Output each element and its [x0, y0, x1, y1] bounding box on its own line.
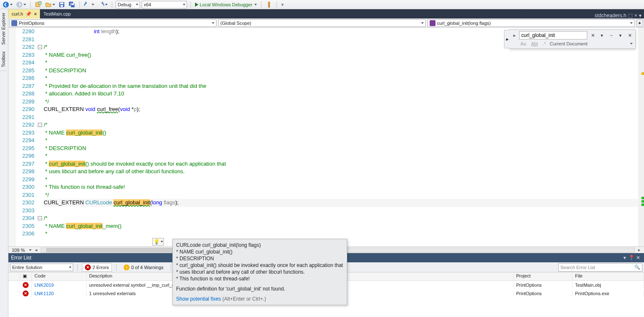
code-editor[interactable]: 2280228122822283228422852286228722882289…	[8, 28, 644, 246]
preview-tab[interactable]: stdcheaders.h	[595, 13, 626, 18]
error-search-input[interactable]: Search Error List🔍	[558, 263, 642, 272]
close-icon[interactable]: ×	[634, 13, 637, 18]
quick-actions-bulb-icon[interactable]: 💡	[152, 238, 164, 246]
member-scope-select[interactable]: curl_global_init(long flags)	[428, 19, 635, 27]
pin-icon[interactable]: 📍	[628, 255, 635, 261]
find-panel: ▸ ▸ ✕ ▾ → ▾ ✕ Aa Abl .* Current Document	[509, 29, 636, 49]
open-file-icon[interactable]	[44, 0, 56, 9]
code-content[interactable]: int length);/* * NAME curl_free() * * DE…	[44, 28, 644, 246]
overflow-icon[interactable]: ▾	[280, 0, 285, 9]
type-scope-select[interactable]: (Global Scope)	[218, 19, 425, 27]
regex-toggle[interactable]: .*	[541, 41, 547, 47]
split-view-icon[interactable]: ✦	[636, 19, 643, 27]
tab-curl-h[interactable]: curl.h 📌 ×	[8, 9, 40, 18]
find-input[interactable]	[519, 31, 587, 40]
main-toolbar: + Debug x64 Local Windows Debugger ▾	[0, 0, 644, 9]
zoom-select[interactable]: 109 %	[10, 248, 26, 253]
document-tab-strip: curl.h 📌 × TestMain.cpp stdcheaders.h ⬚ …	[8, 9, 644, 18]
tab-label: curl.h	[12, 11, 23, 16]
hscroll-right-icon[interactable]: ▸	[636, 247, 642, 253]
hscroll-left-icon[interactable]: ◂	[33, 247, 39, 253]
config-select[interactable]: Debug	[116, 1, 140, 8]
project-scope-select[interactable]: PrintOptions	[9, 19, 216, 27]
expand-find-icon[interactable]: ▸	[504, 30, 510, 48]
warnings-filter-toggle[interactable]: !0 of 4 Warnings	[121, 263, 166, 272]
svg-text:+: +	[39, 1, 41, 4]
match-case-toggle[interactable]: Aa	[519, 41, 527, 47]
find-options-icon[interactable]: ▾	[617, 32, 624, 39]
svg-rect-7	[61, 5, 63, 7]
find-dropdown-icon[interactable]: ▾	[598, 32, 606, 39]
redo-icon[interactable]	[97, 0, 108, 9]
svg-point-0	[3, 2, 9, 8]
save-all-icon[interactable]	[68, 0, 76, 9]
toolbox-tab[interactable]: Toolbox	[0, 48, 7, 71]
find-scope-select[interactable]: Current Document	[550, 41, 627, 46]
find-next-icon[interactable]: →	[607, 32, 615, 39]
active-files-dropdown-icon[interactable]: ▾	[639, 13, 641, 18]
glyph-margin	[8, 28, 16, 246]
line-number-gutter: 2280228122822283228422852286228722882289…	[16, 28, 37, 246]
nav-forward-button[interactable]	[15, 0, 27, 9]
find-mode-toggle-icon[interactable]: ▸	[512, 32, 517, 38]
start-debug-button[interactable]: Local Windows Debugger	[194, 0, 258, 9]
tab-testmain[interactable]: TestMain.cpp	[40, 9, 74, 18]
window-menu-icon[interactable]: ▾	[621, 255, 628, 261]
svg-rect-6	[60, 3, 63, 4]
clear-find-icon[interactable]: ✕	[589, 32, 596, 39]
close-icon[interactable]: ✕	[635, 255, 641, 261]
server-explorer-tab[interactable]: Server Explorer	[0, 9, 7, 48]
fold-gutter[interactable]: −−−	[37, 28, 44, 246]
intellisense-tooltip: CURLcode curl_global_init(long flags) * …	[172, 239, 347, 305]
save-icon[interactable]	[58, 0, 66, 9]
code-navigation-bar: PrintOptions (Global Scope) curl_global_…	[8, 18, 644, 28]
close-icon[interactable]: ×	[34, 11, 37, 16]
errors-filter-toggle[interactable]: ✕2 Errors	[82, 263, 112, 272]
pin-icon[interactable]: 📌	[26, 11, 32, 17]
close-find-icon[interactable]: ✕	[626, 32, 633, 39]
platform-select[interactable]: x64	[142, 1, 187, 8]
tab-label: TestMain.cpp	[43, 11, 71, 16]
left-tool-sidebar: Server Explorer Toolbox	[0, 9, 8, 317]
svg-point-12	[268, 2, 270, 4]
svg-rect-10	[71, 4, 74, 5]
svg-point-1	[16, 2, 22, 8]
nav-back-button[interactable]	[2, 0, 13, 9]
show-fixes-link[interactable]: Show potential fixes	[176, 296, 221, 302]
promote-icon[interactable]: ⬚	[628, 13, 633, 18]
scroll-marker-strip[interactable]	[638, 28, 644, 246]
whole-word-toggle[interactable]: Abl	[530, 41, 539, 47]
error-scope-select[interactable]: Entire Solution	[10, 264, 73, 271]
new-project-icon[interactable]: +	[34, 0, 42, 9]
tool-icon[interactable]	[265, 0, 273, 9]
undo-icon[interactable]	[83, 0, 95, 9]
